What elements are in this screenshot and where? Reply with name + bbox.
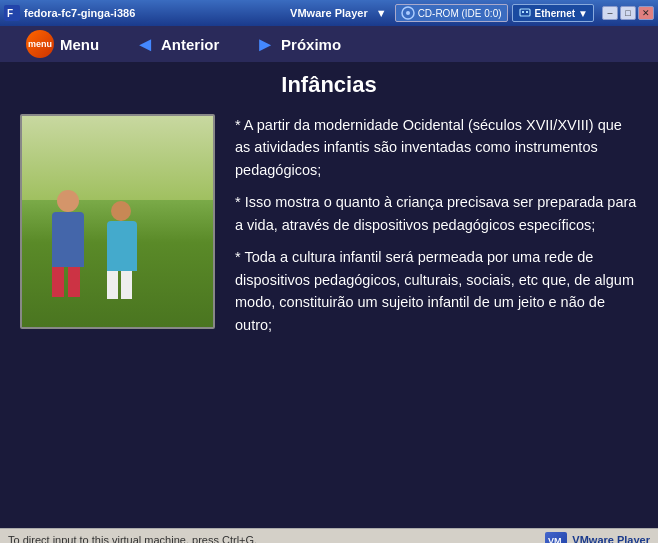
next-arrow: ►	[255, 33, 275, 56]
title-bar: F fedora-fc7-ginga-i386 VMware Player ▼ …	[0, 0, 658, 26]
vmware-player-label: VMware Player	[290, 7, 368, 19]
svg-rect-5	[522, 11, 524, 13]
ethernet-label: Ethernet	[535, 8, 576, 19]
vmware-brand: VMware Player	[572, 534, 650, 544]
menu-button[interactable]: menu Menu	[8, 26, 117, 62]
next-button[interactable]: ► Próximo	[237, 29, 359, 60]
child2-figure	[107, 201, 137, 299]
maximize-button[interactable]: □	[620, 6, 636, 20]
svg-rect-6	[526, 11, 528, 13]
nav-bar: menu Menu ◄ Anterior ► Próximo	[0, 26, 658, 62]
status-bar: To direct input to this virtual machine,…	[0, 528, 658, 543]
vmware-badge: VM VMware Player	[545, 532, 650, 544]
slide-paragraph-1: * A partir da modernidade Ocidental (séc…	[235, 114, 638, 181]
svg-rect-4	[520, 9, 530, 16]
slide-text-block: * A partir da modernidade Ocidental (séc…	[235, 114, 638, 336]
ethernet-icon	[518, 6, 532, 20]
cdrom-badge[interactable]: CD-ROM (IDE 0:0)	[395, 4, 508, 22]
cdrom-icon	[401, 6, 415, 20]
menu-label: Menu	[60, 36, 99, 53]
slide-paragraph-2: * Isso mostra o quanto à criança precisa…	[235, 191, 638, 236]
app-icon: F	[4, 5, 20, 21]
slide-image	[20, 114, 215, 329]
svg-point-3	[406, 11, 410, 15]
minimize-button[interactable]: –	[602, 6, 618, 20]
ethernet-dropdown[interactable]: ▼	[578, 8, 588, 19]
svg-text:VM: VM	[548, 536, 562, 544]
menu-icon: menu	[26, 30, 54, 58]
prev-label: Anterior	[161, 36, 219, 53]
window-controls: – □ ✕	[602, 6, 654, 20]
prev-button[interactable]: ◄ Anterior	[117, 29, 237, 60]
slide-container: Infâncias	[0, 62, 658, 528]
close-button[interactable]: ✕	[638, 6, 654, 20]
prev-arrow: ◄	[135, 33, 155, 56]
ethernet-badge[interactable]: Ethernet ▼	[512, 4, 594, 22]
next-label: Próximo	[281, 36, 341, 53]
status-hint: To direct input to this virtual machine,…	[8, 534, 257, 544]
slide-body: * A partir da modernidade Ocidental (séc…	[20, 114, 638, 336]
child1-figure	[52, 190, 84, 297]
vmware-icon: VM	[545, 532, 567, 544]
slide-title: Infâncias	[281, 72, 376, 98]
cdrom-label: CD-ROM (IDE 0:0)	[418, 8, 502, 19]
slide-paragraph-3: * Toda a cultura infantil será permeada …	[235, 246, 638, 336]
dropdown-arrow[interactable]: ▼	[376, 7, 387, 19]
svg-text:F: F	[7, 8, 13, 19]
vm-name: fedora-fc7-ginga-i386	[24, 7, 274, 19]
